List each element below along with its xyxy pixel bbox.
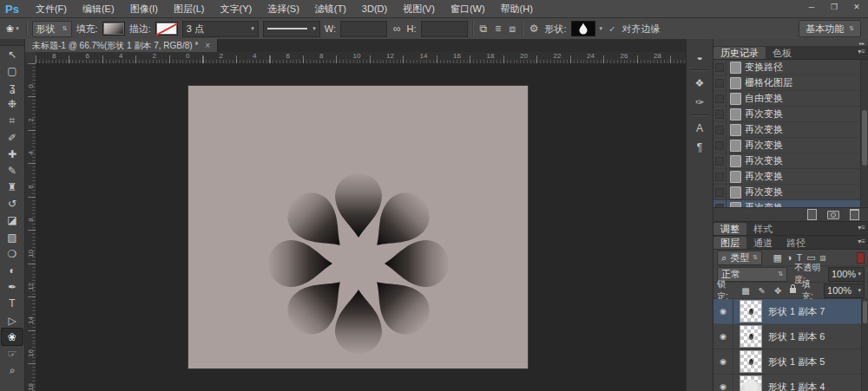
toolbar-grip[interactable] xyxy=(0,39,24,46)
history-state-row[interactable]: 再次变换 xyxy=(713,185,868,200)
layer-filter-kind-select[interactable]: ⌕ 类型 ⇅ xyxy=(717,251,762,265)
new-snapshot-icon[interactable] xyxy=(827,211,839,219)
height-input[interactable] xyxy=(421,21,468,37)
menu-item-7[interactable]: 3D(D) xyxy=(354,0,395,17)
history-state-row[interactable]: 再次变换 xyxy=(713,153,868,169)
tool-mode-select[interactable]: 形状 ⇅ xyxy=(32,21,72,37)
path-selection-tool[interactable]: ▷ xyxy=(2,312,23,329)
layers-tab-1[interactable]: 通道 xyxy=(746,237,779,249)
adjustments-tab-1[interactable]: 样式 xyxy=(746,223,779,235)
lasso-tool[interactable]: ʓ xyxy=(2,79,23,95)
history-source-checkbox[interactable] xyxy=(713,60,727,75)
layer-row[interactable]: ◉形状 1 副本 7 xyxy=(713,299,868,324)
layers-tab-0[interactable]: 图层 xyxy=(713,237,746,249)
zoom-tool[interactable]: ⌕ xyxy=(2,362,23,379)
history-source-checkbox[interactable] xyxy=(713,91,727,106)
layer-filter-toggle[interactable] xyxy=(857,252,865,264)
filter-pixel-layers-icon[interactable]: ▦ xyxy=(771,252,784,264)
layer-visibility-eye-icon[interactable]: ◉ xyxy=(713,299,733,323)
menu-item-4[interactable]: 文字(Y) xyxy=(212,0,260,17)
canvas[interactable] xyxy=(188,86,528,368)
opacity-field[interactable]: 100% ▾ xyxy=(828,267,865,282)
menu-item-9[interactable]: 窗口(W) xyxy=(443,0,493,17)
history-source-checkbox[interactable] xyxy=(713,185,727,199)
quick-selection-tool[interactable]: ❉ xyxy=(2,96,23,113)
3d-panel-icon[interactable]: ❖ xyxy=(689,74,710,93)
layers-tab-2[interactable]: 路径 xyxy=(779,237,812,249)
brush-panel-icon[interactable]: ✑ xyxy=(689,93,710,112)
lock-position-icon[interactable]: ✥ xyxy=(772,286,784,296)
new-document-from-state-icon[interactable] xyxy=(807,209,817,220)
history-scrollbar[interactable] xyxy=(860,60,868,207)
gradient-tool[interactable]: ▧ xyxy=(2,229,23,245)
history-source-checkbox[interactable] xyxy=(713,169,727,184)
paragraph-panel-icon[interactable]: ¶ xyxy=(689,138,710,157)
delete-state-icon[interactable] xyxy=(850,209,859,220)
layer-thumbnail[interactable] xyxy=(740,375,762,391)
layer-row[interactable]: ◉形状 1 副本 5 xyxy=(713,349,868,375)
minimize-button[interactable]: ─ xyxy=(800,0,823,14)
history-state-row[interactable]: 再次变换 xyxy=(713,169,868,185)
brush-tool[interactable]: ✎ xyxy=(2,162,23,179)
menu-item-6[interactable]: 滤镜(T) xyxy=(307,0,354,17)
history-source-checkbox[interactable] xyxy=(713,153,727,168)
stroke-swatch[interactable] xyxy=(155,22,178,36)
character-panel-icon[interactable]: A xyxy=(689,119,710,138)
history-source-checkbox[interactable] xyxy=(713,75,727,90)
custom-shape-tool[interactable]: ❀ xyxy=(2,329,23,345)
align-edges-checkbox[interactable]: ✓ xyxy=(607,24,617,34)
dodge-tool[interactable]: ◐ xyxy=(2,262,23,278)
history-tab-0[interactable]: 历史记录 xyxy=(713,47,766,59)
history-state-row[interactable]: 再次变换 xyxy=(713,138,868,153)
width-input[interactable] xyxy=(340,21,387,37)
close-button[interactable]: ✕ xyxy=(845,0,868,14)
history-state-row[interactable]: 变换路径 xyxy=(713,60,868,75)
hand-tool[interactable]: ☞ xyxy=(2,345,23,362)
horizontal-ruler[interactable]: 8642024681012141618202224262830 xyxy=(36,52,686,64)
menu-item-3[interactable]: 图层(L) xyxy=(166,0,212,17)
history-source-checkbox[interactable] xyxy=(713,107,727,121)
layers-scrollbar[interactable] xyxy=(861,299,868,391)
blur-tool[interactable]: ❍ xyxy=(2,245,23,262)
close-document-icon[interactable]: × xyxy=(205,41,210,50)
move-tool[interactable]: ↖ xyxy=(2,46,23,62)
path-arrangement-icon[interactable]: ⧈ xyxy=(507,23,517,35)
eyedropper-tool[interactable]: ✐ xyxy=(2,129,23,146)
marquee-tool[interactable]: ▢ xyxy=(2,62,23,79)
history-state-row[interactable]: 再次变换 xyxy=(713,122,868,138)
eraser-tool[interactable]: ◪ xyxy=(2,212,23,229)
type-tool[interactable]: T xyxy=(2,296,23,312)
layer-thumbnail[interactable] xyxy=(740,350,762,373)
gear-icon[interactable]: ⚙ xyxy=(528,23,541,35)
lock-image-pixels-icon[interactable]: ✎ xyxy=(756,286,768,296)
menu-item-8[interactable]: 视图(V) xyxy=(395,0,443,17)
history-state-row[interactable]: 栅格化图层 xyxy=(713,75,868,91)
layer-thumbnail[interactable] xyxy=(740,325,762,348)
history-brush-tool[interactable]: ↺ xyxy=(2,196,23,212)
path-operations-icon[interactable]: ⧉ xyxy=(478,23,490,35)
lock-all-icon[interactable] xyxy=(790,288,796,293)
stroke-width-field[interactable]: 3 点 ▾ xyxy=(182,21,259,37)
menu-item-0[interactable]: 文件(F) xyxy=(28,0,75,17)
stroke-style-select[interactable]: ▾ xyxy=(263,21,320,37)
layer-row[interactable]: ◉形状 1 副本 6 xyxy=(713,324,868,349)
fill-field[interactable]: 100% ▾ xyxy=(824,283,865,298)
crop-tool[interactable]: ⌗ xyxy=(2,113,23,129)
adjustments-panel-icon[interactable]: ◒ xyxy=(689,48,710,67)
healing-brush-tool[interactable]: ✚ xyxy=(2,146,23,162)
history-source-checkbox[interactable] xyxy=(713,122,727,137)
workspace-switcher-button[interactable]: 基本功能 ⇅ xyxy=(799,20,861,37)
caret-down-icon[interactable]: ▾ xyxy=(600,25,603,32)
history-state-row[interactable]: 再次变换 xyxy=(713,200,868,207)
history-state-row[interactable]: 再次变换 xyxy=(713,107,868,122)
menu-item-1[interactable]: 编辑(E) xyxy=(75,0,122,17)
menu-item-10[interactable]: 帮助(H) xyxy=(493,0,541,17)
history-source-checkbox[interactable] xyxy=(713,138,727,153)
pen-tool[interactable]: ✒ xyxy=(2,279,23,296)
fill-swatch[interactable] xyxy=(102,22,125,36)
link-dimensions-icon[interactable]: ∞ xyxy=(391,23,403,35)
layer-thumbnail[interactable] xyxy=(740,300,762,323)
path-alignment-icon[interactable]: ≡ xyxy=(493,23,503,35)
menu-item-2[interactable]: 图像(I) xyxy=(122,0,166,17)
layer-visibility-eye-icon[interactable]: ◉ xyxy=(713,375,733,391)
